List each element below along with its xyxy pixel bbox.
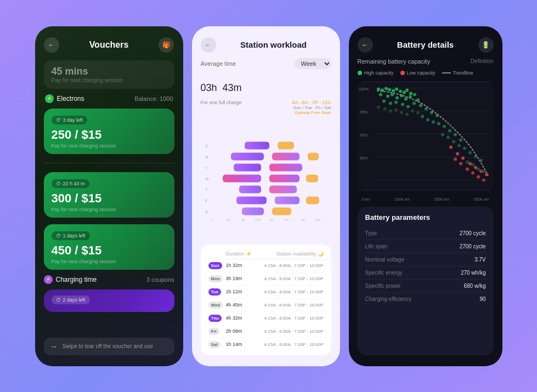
svg-point-77 [454, 133, 457, 136]
table-row: Thu 4h 32m 4:15A - 6:00A 7:20P - 10:00P [205, 312, 327, 325]
electrons-header: ⚡ Electrons Balance: 1000 [44, 94, 174, 103]
svg-point-92 [383, 107, 387, 110]
svg-point-82 [457, 144, 461, 147]
voucher-card-1[interactable]: ⏱ 3 day left 250 / $15 Pay for next char… [44, 109, 174, 154]
legend-row: High capacity Low capacity Trendline [358, 70, 494, 76]
clock-icon-2: ⏱ [56, 181, 61, 186]
svg-point-42 [377, 87, 380, 90]
clock-icon-3: ⏱ [56, 233, 61, 238]
param-row: Life span 2700 cycle [365, 240, 486, 253]
duration-cell: 4h 32m [226, 315, 246, 321]
param-key: Life span [365, 243, 388, 249]
svg-point-56 [400, 94, 403, 97]
duration-cell: 4h 45m [226, 302, 246, 308]
coupons-badge: 3 coupons [146, 276, 174, 283]
voucher-price-3: 450 / $15 [52, 243, 167, 258]
voucher-card-2[interactable]: ⏱ 22 h 43 m 300 / $15 Pay for next charg… [44, 172, 174, 218]
day-badge: Thu [208, 315, 222, 322]
voucher-price-1: 250 / $15 [52, 128, 167, 142]
svg-point-66 [412, 101, 416, 105]
svg-rect-15 [245, 141, 269, 149]
availability-cell: 4:15A - 6:00A 7:20P - 10:00P [246, 276, 324, 281]
svg-rect-29 [306, 196, 319, 204]
time-display: 03h 43m [201, 75, 331, 94]
clock-icon: ⏱ [56, 117, 61, 123]
svg-point-111 [482, 178, 485, 181]
svg-rect-17 [231, 152, 264, 160]
swipe-bar[interactable]: ↔ Swipe to tear off the voucher and use [44, 338, 174, 355]
station-table: Duration ⚡ Station Availability 🌙 Sun 1h… [201, 245, 331, 355]
legend-low: Low capacity [400, 70, 436, 76]
svg-text:W: W [205, 177, 209, 180]
optimal-times: 4A - 6A · 7P - 12A [292, 100, 331, 105]
svg-point-99 [449, 145, 453, 149]
availability-cell: 4:15A - 6:00A 7:20P - 10:00P [246, 316, 324, 321]
week-select[interactable]: Week Month [295, 58, 331, 69]
back-button[interactable]: ← [44, 37, 59, 53]
svg-point-45 [388, 88, 391, 91]
legend-high: High capacity [358, 70, 394, 76]
svg-text:3P: 3P [270, 218, 274, 221]
voucher-card-3[interactable]: ⏱ 1 days left 450 / $15 Pay for next cha… [44, 224, 174, 270]
param-row: Charging efficiency 90 [365, 293, 486, 305]
svg-point-52 [379, 93, 382, 96]
param-key: Specific energy [365, 270, 403, 276]
svg-point-48 [399, 89, 402, 93]
svg-point-74 [437, 122, 440, 125]
battery-icon-btn[interactable]: 🔋 [478, 37, 494, 53]
svg-point-51 [409, 92, 412, 95]
svg-point-65 [406, 105, 410, 108]
station-header: ← Station workload [201, 37, 331, 53]
trendline-indicator [442, 72, 451, 73]
panel-header: ← Vouchers 🎁 [44, 37, 174, 53]
electrons-label: ⚡ Electrons [45, 94, 84, 103]
battery-parameters: Battery parameters Type 2700 cycle Life … [358, 207, 494, 355]
param-row: Specific power 680 w/kg [365, 280, 486, 293]
table-row: Wed 4h 45m 4:15A - 6:00A 7:20P - 10:00P [205, 299, 327, 312]
back-button-battery[interactable]: ← [358, 37, 373, 53]
availability-cell: 4:15A - 6:00A 7:20P - 10:00P [246, 263, 324, 268]
param-key: Nominal voltage [365, 257, 405, 263]
clock-icon-p: ⏱ [56, 297, 61, 303]
svg-rect-24 [306, 174, 318, 182]
svg-point-59 [413, 93, 416, 96]
voucher-tag-3: ⏱ 1 days left [52, 231, 90, 240]
time-value: 45 mins [52, 66, 167, 77]
svg-point-100 [456, 152, 459, 155]
high-capacity-dot [358, 71, 362, 75]
x-label-200: 200K km [434, 197, 450, 201]
voucher-price-2: 300 / $15 [52, 191, 167, 206]
param-row: Nominal voltage 3.7V [365, 253, 486, 266]
table-row: Mon 3h 19m 4:15A - 6:00A 7:20P - 10:00P [205, 272, 327, 286]
svg-point-79 [441, 133, 444, 136]
definition-link[interactable]: Definition [471, 58, 494, 64]
table-row: Sat 1h 14m 4:15A - 6:00A 7:20P - 10:00P [205, 338, 327, 351]
svg-point-46 [392, 89, 395, 92]
svg-text:85%: 85% [360, 156, 368, 160]
svg-point-68 [425, 107, 428, 110]
back-button-station[interactable]: ← [201, 37, 216, 53]
duration-cell: 3h 19m [226, 276, 246, 281]
voucher-card-purple[interactable]: ⏱ 2 days left [44, 289, 174, 312]
table-row: Fri 2h 09m 4:15A - 6:00A 7:20P - 10:00P [205, 325, 327, 338]
svg-point-61 [382, 99, 386, 103]
svg-point-73 [432, 120, 435, 123]
day-badge: Sat [208, 341, 221, 348]
param-value: 270 wh/kg [461, 270, 486, 276]
charging-label: ⚡ Charging time [44, 275, 97, 284]
svg-rect-20 [234, 163, 261, 171]
duration-cell: 2h 09m [226, 328, 246, 334]
svg-point-105 [485, 173, 488, 176]
svg-rect-22 [223, 174, 261, 182]
svg-text:F: F [205, 198, 207, 202]
duration-cell: 1h 14m [226, 342, 246, 347]
svg-point-86 [479, 158, 483, 162]
avg-label: Average time [201, 60, 236, 67]
day-cell: Mon [208, 275, 226, 282]
svg-text:90%: 90% [360, 133, 368, 137]
low-capacity-dot [400, 71, 405, 75]
gift-button[interactable]: 🎁 [159, 37, 174, 53]
svg-text:12A: 12A [315, 218, 321, 221]
svg-point-53 [386, 94, 389, 98]
svg-rect-18 [272, 152, 299, 160]
